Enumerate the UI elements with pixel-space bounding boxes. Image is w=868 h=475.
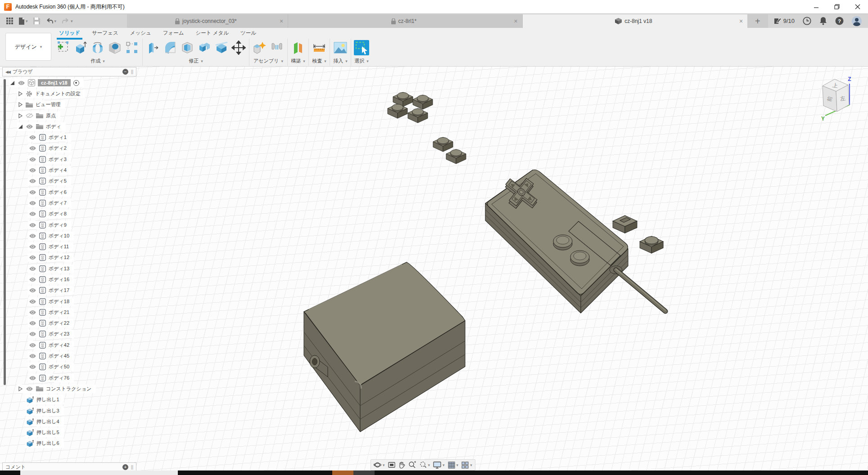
collapsed-caret-icon[interactable]: [18, 113, 23, 118]
tree-row-body[interactable]: ボディ1: [28, 132, 96, 143]
visibility-eye-icon[interactable]: [29, 211, 36, 216]
visibility-eye-icon[interactable]: [29, 233, 36, 238]
expanded-caret-icon[interactable]: [18, 124, 23, 129]
tree-row-extrude-feature[interactable]: 押し出し4: [25, 416, 96, 427]
tree-row-body[interactable]: ボディ9: [28, 220, 96, 230]
tree-row-extrude-feature[interactable]: 押し出し5: [25, 427, 96, 438]
tree-row-body[interactable]: ボディ18: [28, 296, 96, 307]
visibility-eye-icon[interactable]: [29, 266, 36, 271]
tree-row-body[interactable]: ボディ42: [28, 340, 96, 350]
combine-button[interactable]: [197, 40, 212, 56]
visibility-eye-icon[interactable]: [29, 288, 36, 293]
new-component-button[interactable]: [252, 40, 267, 56]
group-select-label[interactable]: 選択 ▾: [354, 58, 369, 64]
model-button-b[interactable]: [570, 251, 589, 266]
model-button-a[interactable]: [553, 235, 572, 250]
viewport-3d[interactable]: Z Y 上 前 左: [0, 67, 868, 471]
tab-cz-8nj1-active[interactable]: cz-8nj1 v18 ×: [523, 14, 748, 28]
look-at-button[interactable]: [388, 462, 395, 468]
visibility-eye-icon[interactable]: [29, 135, 36, 140]
visibility-eye-icon[interactable]: [29, 157, 36, 162]
shell-button[interactable]: [180, 40, 195, 56]
model-enclosure-box[interactable]: [304, 262, 465, 432]
split-body-button[interactable]: [214, 40, 229, 56]
construct-plane-button[interactable]: [290, 40, 306, 56]
model-controller[interactable]: [485, 170, 665, 313]
pattern-button[interactable]: [124, 40, 140, 56]
grid-snap-button[interactable]: ▾: [448, 462, 459, 469]
ribbon-tab-tools[interactable]: ツール: [235, 28, 262, 39]
pan-button[interactable]: [398, 462, 405, 469]
tree-row-bodies-folder[interactable]: ボディ: [17, 121, 96, 132]
visibility-eye-icon[interactable]: [29, 354, 36, 358]
orbit-button[interactable]: ▾: [374, 461, 385, 469]
tree-row-body[interactable]: ボディ13: [28, 263, 96, 274]
visibility-eye-icon[interactable]: [29, 364, 36, 369]
select-button[interactable]: [354, 40, 369, 56]
create-sketch-button[interactable]: [56, 40, 71, 56]
collapsed-caret-icon[interactable]: [18, 91, 23, 96]
visibility-eye-icon[interactable]: [29, 201, 36, 206]
tab-close-icon[interactable]: ×: [280, 18, 283, 24]
tree-row-body[interactable]: ボディ2: [28, 143, 96, 154]
tree-row-body[interactable]: ボディ21: [28, 307, 96, 318]
model-button-part[interactable]: [640, 236, 663, 253]
tree-row-extrude-feature[interactable]: 押し出し1: [25, 394, 96, 405]
visibility-eye-icon[interactable]: [29, 168, 36, 173]
restore-button[interactable]: [827, 0, 847, 13]
visibility-eye-icon[interactable]: [29, 376, 36, 381]
group-insert-label[interactable]: 挿入 ▾: [333, 58, 348, 64]
user-avatar[interactable]: [852, 16, 862, 26]
save-button[interactable]: [32, 17, 42, 25]
tree-row-origin[interactable]: 原点: [17, 110, 96, 121]
tree-row-body[interactable]: ボディ4: [28, 165, 96, 175]
group-construct-label[interactable]: 構築 ▾: [291, 58, 305, 64]
tree-row-body[interactable]: ボディ45: [28, 350, 96, 361]
tab-close-icon[interactable]: ×: [739, 18, 743, 24]
tree-row-body[interactable]: ボディ22: [28, 318, 96, 329]
joint-button[interactable]: [269, 40, 285, 56]
browser-panel-header[interactable]: ◀◀ ブラウザ − ||: [2, 67, 136, 76]
ribbon-tab-surface[interactable]: サーフェス: [86, 28, 124, 39]
move-button[interactable]: [231, 40, 246, 56]
ribbon-tab-sheetmetal[interactable]: シート メタル: [190, 28, 235, 39]
tree-row-body[interactable]: ボディ3: [28, 154, 96, 165]
measure-button[interactable]: [312, 40, 327, 56]
notifications-bell-icon[interactable]: [819, 17, 827, 25]
panel-grip-icon[interactable]: ||: [131, 69, 133, 74]
group-create-label[interactable]: 作成 ▾: [90, 58, 105, 64]
app-grid-button[interactable]: [5, 17, 15, 25]
model-button-parts-pair[interactable]: [433, 137, 466, 164]
tree-row-body[interactable]: ボディ50: [28, 362, 96, 372]
tree-row-extrude-feature[interactable]: 押し出し3: [25, 405, 96, 416]
tree-row-root[interactable]: cz-8nj1 v18: [9, 77, 96, 88]
visibility-eye-icon[interactable]: [29, 255, 36, 260]
viewcube[interactable]: Z Y 上 前 左: [820, 75, 863, 124]
tree-row-body[interactable]: ボディ6: [28, 187, 96, 197]
tab-cz-8rl1[interactable]: cz-8rl1* ×: [288, 14, 522, 28]
tree-row-body[interactable]: ボディ5: [28, 176, 96, 187]
visibility-eye-icon[interactable]: [29, 343, 36, 348]
tree-row-body[interactable]: ボディ7: [28, 197, 96, 208]
tree-row-document-settings[interactable]: ドキュメントの設定: [17, 88, 96, 99]
add-comment-icon[interactable]: +: [122, 464, 128, 470]
new-tab-button[interactable]: +: [747, 14, 768, 28]
group-assemble-label[interactable]: アセンブリ ▾: [253, 58, 283, 64]
model-button-parts-cluster[interactable]: [388, 92, 433, 123]
activate-component-radio[interactable]: [73, 80, 79, 86]
visibility-eye-icon[interactable]: [29, 146, 36, 151]
hole-button[interactable]: [107, 40, 122, 56]
visibility-eye-icon[interactable]: [29, 310, 36, 315]
tree-row-body[interactable]: ボディ12: [28, 252, 96, 263]
tree-row-body[interactable]: ボディ10: [28, 230, 96, 241]
visibility-eye-icon[interactable]: [29, 299, 36, 304]
model-slot-part[interactable]: [613, 215, 637, 233]
panel-minus-icon[interactable]: −: [122, 69, 128, 75]
browser-scrollbar[interactable]: [4, 79, 6, 385]
job-status-icon[interactable]: [803, 17, 811, 25]
fit-button[interactable]: ▾: [419, 461, 430, 469]
tree-row-body[interactable]: ボディ8: [28, 209, 96, 220]
display-settings-button[interactable]: ▾: [433, 462, 445, 469]
tree-row-body[interactable]: ボディ76: [28, 372, 96, 383]
zoom-button[interactable]: [408, 461, 416, 469]
